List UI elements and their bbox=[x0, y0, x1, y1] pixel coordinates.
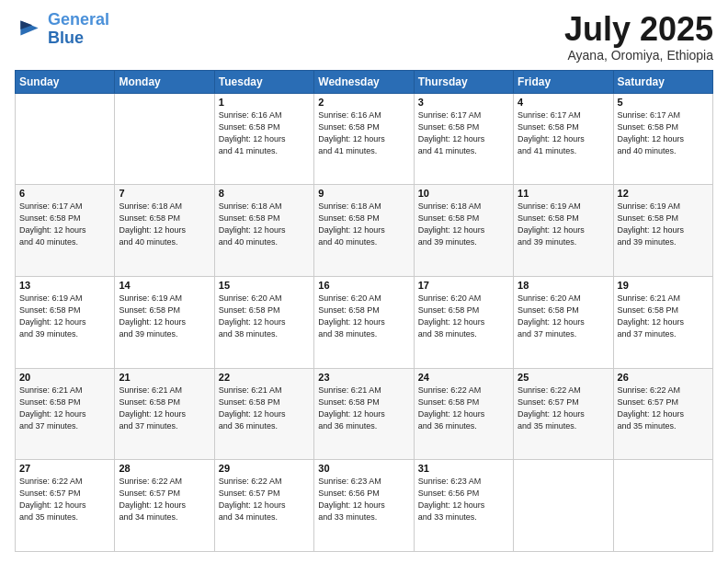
day-number: 5 bbox=[618, 97, 709, 108]
month-title: July 2025 bbox=[564, 11, 713, 48]
calendar-cell bbox=[115, 93, 214, 185]
day-number: 22 bbox=[219, 372, 310, 383]
calendar-week-4: 20Sunrise: 6:21 AM Sunset: 6:58 PM Dayli… bbox=[16, 368, 713, 460]
calendar-cell: 19Sunrise: 6:21 AM Sunset: 6:58 PM Dayli… bbox=[613, 276, 712, 368]
day-info: Sunrise: 6:22 AM Sunset: 6:57 PM Dayligh… bbox=[219, 476, 310, 523]
calendar-cell bbox=[514, 460, 613, 552]
day-number: 4 bbox=[518, 97, 609, 108]
calendar-cell: 13Sunrise: 6:19 AM Sunset: 6:58 PM Dayli… bbox=[16, 276, 115, 368]
day-number: 11 bbox=[518, 188, 609, 199]
calendar-cell bbox=[613, 460, 712, 552]
day-info: Sunrise: 6:17 AM Sunset: 6:58 PM Dayligh… bbox=[518, 109, 609, 157]
day-info: Sunrise: 6:20 AM Sunset: 6:58 PM Dayligh… bbox=[418, 293, 509, 340]
calendar-cell: 23Sunrise: 6:21 AM Sunset: 6:58 PM Dayli… bbox=[314, 368, 414, 460]
day-info: Sunrise: 6:22 AM Sunset: 6:58 PM Dayligh… bbox=[418, 385, 509, 432]
day-number: 30 bbox=[318, 463, 409, 474]
weekday-header-tuesday: Tuesday bbox=[214, 70, 313, 93]
day-info: Sunrise: 6:18 AM Sunset: 6:58 PM Dayligh… bbox=[119, 201, 210, 248]
location: Ayana, Oromiya, Ethiopia bbox=[564, 48, 713, 63]
day-number: 19 bbox=[618, 280, 709, 291]
calendar-week-2: 6Sunrise: 6:17 AM Sunset: 6:58 PM Daylig… bbox=[16, 185, 713, 277]
day-number: 14 bbox=[119, 280, 210, 291]
day-info: Sunrise: 6:19 AM Sunset: 6:58 PM Dayligh… bbox=[518, 201, 609, 248]
calendar-week-3: 13Sunrise: 6:19 AM Sunset: 6:58 PM Dayli… bbox=[16, 276, 713, 368]
day-number: 12 bbox=[618, 188, 709, 199]
calendar-cell: 9Sunrise: 6:18 AM Sunset: 6:58 PM Daylig… bbox=[314, 185, 414, 277]
day-info: Sunrise: 6:21 AM Sunset: 6:58 PM Dayligh… bbox=[318, 385, 409, 432]
title-block: July 2025 Ayana, Oromiya, Ethiopia bbox=[564, 11, 713, 63]
calendar-cell: 17Sunrise: 6:20 AM Sunset: 6:58 PM Dayli… bbox=[414, 276, 513, 368]
day-info: Sunrise: 6:16 AM Sunset: 6:58 PM Dayligh… bbox=[318, 109, 409, 157]
page: General Blue July 2025 Ayana, Oromiya, E… bbox=[0, 0, 728, 563]
day-info: Sunrise: 6:21 AM Sunset: 6:58 PM Dayligh… bbox=[219, 385, 310, 432]
calendar-cell: 10Sunrise: 6:18 AM Sunset: 6:58 PM Dayli… bbox=[414, 185, 513, 277]
day-info: Sunrise: 6:21 AM Sunset: 6:58 PM Dayligh… bbox=[119, 385, 210, 432]
logo-icon bbox=[15, 15, 44, 44]
day-info: Sunrise: 6:23 AM Sunset: 6:56 PM Dayligh… bbox=[318, 476, 409, 523]
calendar-cell: 31Sunrise: 6:23 AM Sunset: 6:56 PM Dayli… bbox=[414, 460, 513, 552]
day-number: 15 bbox=[219, 280, 310, 291]
day-info: Sunrise: 6:22 AM Sunset: 6:57 PM Dayligh… bbox=[618, 385, 709, 432]
day-info: Sunrise: 6:19 AM Sunset: 6:58 PM Dayligh… bbox=[119, 293, 210, 340]
day-info: Sunrise: 6:19 AM Sunset: 6:58 PM Dayligh… bbox=[19, 293, 110, 340]
calendar-cell: 27Sunrise: 6:22 AM Sunset: 6:57 PM Dayli… bbox=[16, 460, 115, 552]
day-info: Sunrise: 6:18 AM Sunset: 6:58 PM Dayligh… bbox=[219, 201, 310, 248]
day-number: 24 bbox=[418, 372, 509, 383]
calendar-week-1: 1Sunrise: 6:16 AM Sunset: 6:58 PM Daylig… bbox=[16, 93, 713, 185]
calendar-cell: 6Sunrise: 6:17 AM Sunset: 6:58 PM Daylig… bbox=[16, 185, 115, 277]
day-info: Sunrise: 6:17 AM Sunset: 6:58 PM Dayligh… bbox=[418, 109, 509, 157]
day-number: 26 bbox=[618, 372, 709, 383]
calendar-cell: 11Sunrise: 6:19 AM Sunset: 6:58 PM Dayli… bbox=[514, 185, 613, 277]
calendar-cell: 30Sunrise: 6:23 AM Sunset: 6:56 PM Dayli… bbox=[314, 460, 414, 552]
day-number: 18 bbox=[518, 280, 609, 291]
day-info: Sunrise: 6:18 AM Sunset: 6:58 PM Dayligh… bbox=[418, 201, 509, 248]
calendar-cell: 5Sunrise: 6:17 AM Sunset: 6:58 PM Daylig… bbox=[613, 93, 712, 185]
day-number: 7 bbox=[119, 188, 210, 199]
day-number: 28 bbox=[119, 463, 210, 474]
calendar-cell: 1Sunrise: 6:16 AM Sunset: 6:58 PM Daylig… bbox=[214, 93, 313, 185]
calendar-week-5: 27Sunrise: 6:22 AM Sunset: 6:57 PM Dayli… bbox=[16, 460, 713, 552]
day-number: 6 bbox=[19, 188, 110, 199]
day-info: Sunrise: 6:20 AM Sunset: 6:58 PM Dayligh… bbox=[518, 293, 609, 340]
day-info: Sunrise: 6:20 AM Sunset: 6:58 PM Dayligh… bbox=[318, 293, 409, 340]
calendar-table: SundayMondayTuesdayWednesdayThursdayFrid… bbox=[15, 70, 713, 552]
day-number: 20 bbox=[19, 372, 110, 383]
header: General Blue July 2025 Ayana, Oromiya, E… bbox=[15, 11, 713, 63]
day-number: 2 bbox=[318, 97, 409, 108]
day-number: 10 bbox=[418, 188, 509, 199]
day-number: 17 bbox=[418, 280, 509, 291]
day-info: Sunrise: 6:22 AM Sunset: 6:57 PM Dayligh… bbox=[518, 385, 609, 432]
day-info: Sunrise: 6:19 AM Sunset: 6:58 PM Dayligh… bbox=[618, 201, 709, 248]
calendar-cell: 25Sunrise: 6:22 AM Sunset: 6:57 PM Dayli… bbox=[514, 368, 613, 460]
calendar-cell: 24Sunrise: 6:22 AM Sunset: 6:58 PM Dayli… bbox=[414, 368, 513, 460]
weekday-header-row: SundayMondayTuesdayWednesdayThursdayFrid… bbox=[16, 70, 713, 93]
calendar-cell bbox=[16, 93, 115, 185]
weekday-header-friday: Friday bbox=[514, 70, 613, 93]
day-number: 16 bbox=[318, 280, 409, 291]
day-info: Sunrise: 6:16 AM Sunset: 6:58 PM Dayligh… bbox=[219, 109, 310, 157]
weekday-header-thursday: Thursday bbox=[414, 70, 513, 93]
day-info: Sunrise: 6:23 AM Sunset: 6:56 PM Dayligh… bbox=[418, 476, 509, 523]
day-number: 23 bbox=[318, 372, 409, 383]
calendar-cell: 16Sunrise: 6:20 AM Sunset: 6:58 PM Dayli… bbox=[314, 276, 414, 368]
calendar-cell: 18Sunrise: 6:20 AM Sunset: 6:58 PM Dayli… bbox=[514, 276, 613, 368]
day-info: Sunrise: 6:18 AM Sunset: 6:58 PM Dayligh… bbox=[318, 201, 409, 248]
day-number: 13 bbox=[19, 280, 110, 291]
day-number: 29 bbox=[219, 463, 310, 474]
calendar-cell: 4Sunrise: 6:17 AM Sunset: 6:58 PM Daylig… bbox=[514, 93, 613, 185]
calendar-cell: 26Sunrise: 6:22 AM Sunset: 6:57 PM Dayli… bbox=[613, 368, 712, 460]
day-info: Sunrise: 6:17 AM Sunset: 6:58 PM Dayligh… bbox=[618, 109, 709, 157]
day-info: Sunrise: 6:17 AM Sunset: 6:58 PM Dayligh… bbox=[19, 201, 110, 248]
day-number: 8 bbox=[219, 188, 310, 199]
calendar-cell: 12Sunrise: 6:19 AM Sunset: 6:58 PM Dayli… bbox=[613, 185, 712, 277]
day-info: Sunrise: 6:21 AM Sunset: 6:58 PM Dayligh… bbox=[618, 293, 709, 340]
calendar-cell: 22Sunrise: 6:21 AM Sunset: 6:58 PM Dayli… bbox=[214, 368, 313, 460]
weekday-header-sunday: Sunday bbox=[16, 70, 115, 93]
day-number: 21 bbox=[119, 372, 210, 383]
day-number: 25 bbox=[518, 372, 609, 383]
logo: General Blue bbox=[15, 11, 109, 48]
day-number: 1 bbox=[219, 97, 310, 108]
calendar-cell: 28Sunrise: 6:22 AM Sunset: 6:57 PM Dayli… bbox=[115, 460, 214, 552]
weekday-header-wednesday: Wednesday bbox=[314, 70, 414, 93]
day-info: Sunrise: 6:21 AM Sunset: 6:58 PM Dayligh… bbox=[19, 385, 110, 432]
